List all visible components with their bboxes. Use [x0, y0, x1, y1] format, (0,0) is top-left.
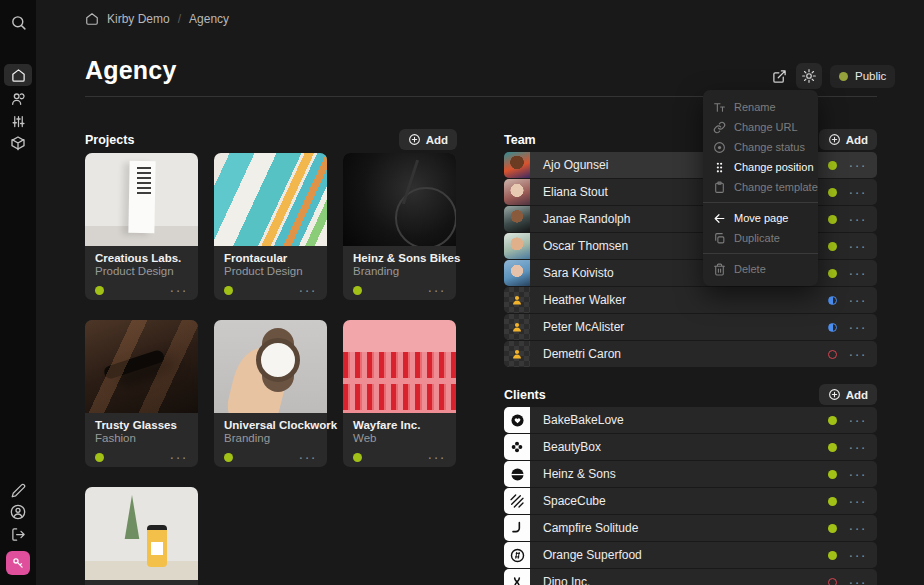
- team-row[interactable]: Ajo Ogunsei CEO ···: [504, 152, 877, 178]
- more-options-icon[interactable]: ···: [428, 286, 447, 295]
- projects-title: Projects: [85, 133, 134, 147]
- status-icon[interactable]: [828, 443, 837, 452]
- status-icon[interactable]: [828, 188, 837, 197]
- sidebar-item-cube[interactable]: [0, 132, 36, 154]
- menu-item-duplicate: Duplicate: [703, 228, 818, 248]
- team-member-name: Oscar Thomsen: [543, 239, 628, 253]
- more-options-icon[interactable]: ···: [299, 453, 318, 462]
- status-icon[interactable]: [224, 453, 233, 462]
- status-icon[interactable]: [828, 161, 837, 170]
- team-row[interactable]: Sara Koivisto Design ···: [504, 260, 877, 286]
- status-icon[interactable]: [828, 350, 837, 359]
- team-row[interactable]: Eliana Stout COO ···: [504, 179, 877, 205]
- more-options-icon[interactable]: ···: [170, 286, 189, 295]
- account-icon[interactable]: [0, 501, 36, 523]
- team-row[interactable]: Peter McAlister ···: [504, 314, 877, 340]
- team-row[interactable]: Oscar Thomsen IT ···: [504, 233, 877, 259]
- more-options-icon[interactable]: ···: [428, 453, 447, 462]
- client-row[interactable]: BakeBakeLove ···: [504, 407, 877, 433]
- project-card[interactable]: Creatious Labs. Product Design ···: [85, 153, 198, 300]
- open-preview-icon[interactable]: [766, 63, 792, 89]
- status-icon[interactable]: [828, 497, 837, 506]
- team-row[interactable]: Heather Walker ···: [504, 287, 877, 313]
- avatar: [504, 233, 530, 259]
- public-status-dot: [839, 72, 848, 81]
- menu-divider: [703, 253, 818, 254]
- client-row[interactable]: BeautyBox ···: [504, 434, 877, 460]
- more-options-icon[interactable]: ···: [849, 323, 868, 332]
- more-options-icon[interactable]: ···: [849, 470, 868, 479]
- more-options-icon[interactable]: ···: [849, 188, 868, 197]
- client-name: Campfire Solitude: [543, 521, 638, 535]
- client-row[interactable]: Dino Inc. ···: [504, 569, 877, 585]
- more-options-icon[interactable]: ···: [849, 443, 868, 452]
- more-options-icon[interactable]: ···: [849, 242, 868, 251]
- more-options-icon[interactable]: ···: [849, 215, 868, 224]
- status-icon[interactable]: [224, 286, 233, 295]
- team-row[interactable]: Demetri Caron ···: [504, 341, 877, 367]
- status-icon[interactable]: [353, 453, 362, 462]
- breadcrumb-current[interactable]: Agency: [189, 12, 229, 26]
- status-icon[interactable]: [828, 242, 837, 251]
- status-icon[interactable]: [828, 578, 837, 585]
- add-project-button[interactable]: Add: [399, 129, 457, 150]
- sidebar-item-users[interactable]: [0, 88, 36, 110]
- status-icon[interactable]: [95, 286, 104, 295]
- more-options-icon[interactable]: ···: [299, 286, 318, 295]
- status-icon[interactable]: [828, 416, 837, 425]
- menu-item-change-status: Change status: [703, 137, 818, 157]
- more-options-icon[interactable]: ···: [849, 416, 868, 425]
- project-title: Creatious Labs.: [95, 252, 188, 265]
- team-member-name: Eliana Stout: [543, 185, 608, 199]
- project-card[interactable]: Heinz & Sons Bikes Branding ···: [343, 153, 456, 300]
- add-team-member-button[interactable]: Add: [819, 129, 877, 150]
- project-title: Universal Clockwork: [224, 419, 317, 432]
- more-options-icon[interactable]: ···: [849, 551, 868, 560]
- more-options-icon[interactable]: ···: [849, 161, 868, 170]
- pencil-icon[interactable]: [0, 479, 36, 501]
- sidebar-item-home[interactable]: [4, 64, 32, 86]
- gear-icon[interactable]: [796, 63, 822, 89]
- team-member-name: Heather Walker: [543, 293, 626, 307]
- breadcrumb-root[interactable]: Kirby Demo: [107, 12, 170, 26]
- more-options-icon[interactable]: ···: [849, 524, 868, 533]
- status-icon[interactable]: [828, 524, 837, 533]
- project-card[interactable]: [85, 487, 198, 585]
- home-icon[interactable]: [85, 12, 99, 26]
- client-row[interactable]: SpaceCube ···: [504, 488, 877, 514]
- more-options-icon[interactable]: ···: [849, 497, 868, 506]
- menu-item-move-page[interactable]: Move page: [703, 208, 818, 228]
- client-row[interactable]: Orange Superfood ···: [504, 542, 877, 568]
- client-row[interactable]: Campfire Solitude ···: [504, 515, 877, 541]
- sidebar-item-settings-sliders[interactable]: [0, 110, 36, 132]
- kirby-key-logo[interactable]: [6, 551, 30, 575]
- logout-icon[interactable]: [0, 523, 36, 545]
- menu-item-change-position[interactable]: Change position: [703, 157, 818, 177]
- breadcrumb-separator: /: [178, 12, 181, 26]
- more-options-icon[interactable]: ···: [849, 350, 868, 359]
- search-icon[interactable]: [0, 11, 36, 33]
- status-icon[interactable]: [828, 215, 837, 224]
- projects-section-header: Projects Add: [85, 129, 457, 150]
- project-card[interactable]: Universal Clockwork Branding ···: [214, 320, 327, 467]
- status-icon[interactable]: [828, 551, 837, 560]
- team-row[interactable]: Janae Randolph Marketing ···: [504, 206, 877, 232]
- more-options-icon[interactable]: ···: [849, 296, 868, 305]
- more-options-icon[interactable]: ···: [849, 269, 868, 278]
- status-icon[interactable]: [828, 470, 837, 479]
- status-icon[interactable]: [95, 453, 104, 462]
- project-card[interactable]: Trusty Glasses Fashion ···: [85, 320, 198, 467]
- avatar-placeholder: [504, 287, 530, 313]
- add-client-button[interactable]: Add: [819, 384, 877, 405]
- client-row[interactable]: Heinz & Sons ···: [504, 461, 877, 487]
- status-icon[interactable]: [353, 286, 362, 295]
- status-icon[interactable]: [828, 323, 837, 332]
- project-card[interactable]: Frontacular Product Design ···: [214, 153, 327, 300]
- project-card[interactable]: Wayfare Inc. Web ···: [343, 320, 456, 467]
- more-options-icon[interactable]: ···: [170, 453, 189, 462]
- header-actions: Public: [766, 63, 895, 89]
- status-icon[interactable]: [828, 296, 837, 305]
- status-icon[interactable]: [828, 269, 837, 278]
- page-status-badge[interactable]: Public: [830, 65, 895, 88]
- more-options-icon[interactable]: ···: [849, 578, 868, 585]
